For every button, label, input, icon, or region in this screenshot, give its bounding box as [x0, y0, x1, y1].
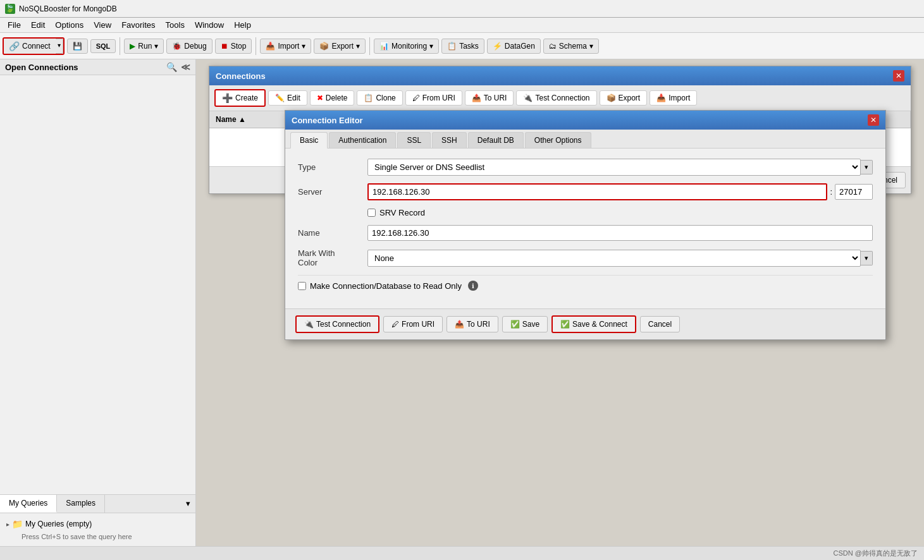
sidebar-title: Open Connections	[5, 63, 78, 72]
import-icon: 📥	[266, 42, 275, 51]
color-select[interactable]: None	[367, 250, 861, 267]
menu-window[interactable]: Window	[190, 19, 229, 31]
connect-dropdown-arrow[interactable]: ▾	[56, 39, 63, 54]
export-button[interactable]: 📦 Export ▾	[314, 39, 366, 54]
port-input[interactable]	[835, 184, 873, 200]
server-input[interactable]	[367, 183, 827, 200]
edit-connection-button[interactable]: ✏️ Edit	[268, 90, 307, 106]
clone-icon: 📋	[364, 94, 373, 102]
connection-editor-footer: 🔌 Test Connection 🖊 From URI 📤 To URI ✅ …	[285, 308, 885, 339]
save-connect-button[interactable]: ✅ Save & Connect	[551, 315, 636, 333]
tab-samples[interactable]: Samples	[57, 495, 105, 513]
connect-icon: 🔗	[9, 41, 20, 51]
toolbar-save-button[interactable]: 💾	[67, 39, 88, 54]
connect-button[interactable]: 🔗 Connect	[4, 39, 56, 54]
from-uri-footer-button[interactable]: 🖊 From URI	[383, 316, 443, 332]
cancel-footer-button[interactable]: Cancel	[640, 316, 680, 332]
connections-toolbar: ➕ Create ✏️ Edit ✖ Delete 📋 Clone 🖊	[209, 85, 911, 111]
import-connection-button[interactable]: 📥 Import	[650, 90, 697, 106]
name-row: Name	[298, 225, 873, 241]
srv-record-checkbox[interactable]	[367, 209, 376, 217]
toolbar-sep2	[256, 37, 256, 55]
main-area: Open Connections 🔍 ≪ My Queries Samples …	[0, 59, 924, 546]
sidebar-more-icon[interactable]: ▾	[181, 495, 195, 513]
export-dropdown: ▾	[356, 42, 360, 51]
connection-editor-tabs: Basic Authentication SSL SSH Default DB …	[285, 130, 885, 149]
connections-dialog-title: Connections ✕	[209, 66, 911, 85]
tab-other-options[interactable]: Other Options	[525, 132, 591, 148]
schema-button[interactable]: 🗂 Schema ▾	[543, 39, 599, 54]
search-icon[interactable]: 🔍	[166, 62, 177, 72]
to-uri-footer-icon: 📤	[455, 320, 464, 329]
export-conn-icon: 📦	[607, 94, 616, 102]
conn-editor-close-button[interactable]: ✕	[868, 114, 879, 126]
tree-arrow-icon: ▸	[6, 521, 9, 528]
folder-icon: 📁	[12, 519, 23, 529]
tab-authentication[interactable]: Authentication	[329, 132, 396, 148]
readonly-row: Make Connection/Database to Read Only ℹ	[298, 275, 873, 296]
connection-editor-dialog: Connection Editor ✕ Basic Authentication…	[285, 110, 886, 340]
save-footer-icon: ✅	[510, 320, 520, 329]
port-separator: :	[830, 187, 832, 197]
color-label: Mark With Color	[298, 248, 367, 267]
menu-help[interactable]: Help	[229, 19, 256, 31]
menu-favorites[interactable]: Favorites	[116, 19, 160, 31]
app-title: NoSQLBooster for MongoDB	[19, 4, 117, 13]
import-conn-icon: 📥	[656, 94, 666, 102]
tab-basic[interactable]: Basic	[290, 132, 328, 149]
sidebar-tree: ▸ 📁 My Queries (empty) Press Ctrl+S to s…	[0, 513, 195, 546]
import-button[interactable]: 📥 Import ▾	[260, 39, 311, 54]
color-select-arrow[interactable]: ▾	[861, 251, 873, 265]
server-control: :	[367, 183, 873, 200]
tab-ssh[interactable]: SSH	[432, 132, 467, 148]
create-connection-button[interactable]: ➕ Create	[214, 89, 266, 107]
monitoring-icon: 📊	[379, 42, 389, 51]
to-uri-footer-button[interactable]: 📤 To URI	[447, 316, 498, 332]
toolbar: 🔗 Connect ▾ 💾 SQL ▶ Run ▾ 🐞 Debug ⏹ Stop…	[0, 33, 924, 59]
menubar: File Edit Options View Favorites Tools W…	[0, 18, 924, 33]
clone-connection-button[interactable]: 📋 Clone	[357, 90, 402, 106]
schema-icon: 🗂	[549, 42, 557, 51]
edit-icon: ✏️	[275, 94, 285, 102]
connect-button-group: 🔗 Connect ▾	[3, 37, 65, 55]
datagen-button[interactable]: ⚡ DataGen	[487, 39, 541, 54]
menu-view[interactable]: View	[89, 19, 116, 31]
from-uri-footer-icon: 🖊	[391, 320, 399, 329]
save-connect-icon: ✅	[560, 320, 570, 329]
datagen-icon: ⚡	[493, 42, 502, 51]
menu-tools[interactable]: Tools	[161, 19, 190, 31]
save-footer-button[interactable]: ✅ Save	[502, 316, 548, 332]
debug-icon: 🐞	[172, 42, 182, 51]
to-uri-button[interactable]: 📤 To URI	[465, 90, 514, 106]
tab-my-queries[interactable]: My Queries	[0, 495, 57, 513]
from-uri-button[interactable]: 🖊 From URI	[405, 90, 462, 106]
statusbar: CSDN @帅得真的是无敌了	[0, 546, 924, 560]
tab-default-db[interactable]: Default DB	[468, 132, 524, 148]
name-input[interactable]	[367, 225, 873, 241]
menu-options[interactable]: Options	[50, 19, 89, 31]
tree-my-queries[interactable]: ▸ 📁 My Queries (empty)	[4, 517, 192, 531]
export-connection-button[interactable]: 📦 Export	[600, 90, 648, 106]
sidebar-tabs: My Queries Samples ▾	[0, 495, 195, 513]
collapse-icon[interactable]: ≪	[181, 62, 190, 72]
run-button[interactable]: ▶ Run ▾	[124, 39, 164, 54]
tab-ssl[interactable]: SSL	[397, 132, 431, 148]
readonly-checkbox[interactable]	[298, 282, 306, 290]
debug-button[interactable]: 🐞 Debug	[166, 39, 212, 54]
stop-button[interactable]: ⏹ Stop	[215, 39, 252, 54]
test-connection-footer-button[interactable]: 🔌 Test Connection	[295, 315, 379, 333]
type-select[interactable]: Single Server or DNS Seedlist	[367, 159, 861, 176]
connections-close-button[interactable]: ✕	[893, 70, 904, 82]
toolbar-sql-button[interactable]: SQL	[90, 39, 116, 53]
test-connection-button-toolbar[interactable]: 🔌 Test Connection	[516, 90, 596, 106]
sql-icon: SQL	[96, 42, 111, 50]
menu-file[interactable]: File	[3, 19, 26, 31]
menu-edit[interactable]: Edit	[26, 19, 50, 31]
statusbar-credit: CSDN @帅得真的是无敌了	[834, 549, 918, 558]
tasks-button[interactable]: 📋 Tasks	[441, 39, 484, 54]
server-label: Server	[298, 187, 367, 197]
type-select-arrow[interactable]: ▾	[861, 160, 873, 174]
monitoring-button[interactable]: 📊 Monitoring ▾	[374, 39, 439, 54]
info-icon[interactable]: ℹ	[468, 281, 478, 291]
delete-connection-button[interactable]: ✖ Delete	[310, 90, 355, 106]
